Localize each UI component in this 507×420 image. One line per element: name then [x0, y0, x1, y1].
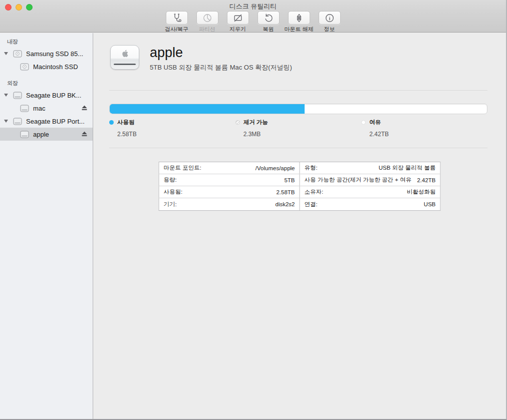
legend-label: 여유 [369, 119, 381, 126]
device-slot [114, 64, 136, 65]
detail-row: 사용됨:2.58TB [159, 186, 300, 198]
detail-row: 유형:USB 외장 물리적 볼륨 [300, 162, 440, 174]
toolbar: 검사/복구 파티션 지우기 복원 마운트 해제 정보 [0, 11, 506, 33]
usage-legend: 사용됨2.58TB제거 가능2.3MB여유2.42TB [109, 119, 487, 138]
toolbar-button-partition [196, 11, 218, 25]
toolbar-button-unmount[interactable] [288, 11, 310, 25]
detail-row: 기기:disk2s2 [159, 198, 300, 210]
toolbar-item-partition: 파티션 [195, 11, 219, 33]
detail-label: 마운트 포인트: [164, 164, 201, 172]
first-aid-icon [171, 13, 182, 24]
detail-label: 사용 가능한 공간(제거 가능한 공간 + 여유 공간): [305, 176, 413, 184]
sidebar-item-label: Seagate BUP BK... [26, 92, 81, 99]
details-column-right: 유형:USB 외장 물리적 볼륨사용 가능한 공간(제거 가능한 공간 + 여유… [300, 162, 440, 210]
device-text: apple 5TB USB 외장 물리적 볼륨 Mac OS 확장(저널링) [150, 45, 292, 72]
toolbar-item-erase: 지우기 [226, 11, 250, 33]
toolbar-item-unmount: 마운트 해제 [287, 11, 311, 33]
sidebar-item-seagate-bup-bk[interactable]: Seagate BUP BK... [0, 89, 93, 102]
window-title: 디스크 유틸리티 [0, 2, 506, 11]
disk-utility-window: 디스크 유틸리티 검사/복구 파티션 지우기 복원 마운트 해제 정보 내장 S… [0, 0, 507, 420]
legend-item-free: 여유2.42TB [361, 119, 487, 138]
legend-label-row: 제거 가능 [235, 119, 362, 126]
sidebar-item-macintosh-ssd[interactable]: Macintosh SSD [0, 60, 93, 73]
legend-item-purgeable: 제거 가능2.3MB [235, 119, 362, 138]
toolbar-label-info: 정보 [324, 26, 335, 33]
detail-value: USB 외장 물리적 볼륨 [379, 164, 436, 172]
info-icon [324, 13, 335, 24]
details-table: 마운트 포인트:/Volumes/apple용량:5TB사용됨:2.58TB기기… [159, 162, 441, 211]
legend-label: 사용됨 [117, 119, 135, 126]
toolbar-button-restore[interactable] [258, 11, 280, 25]
external-disk-icon [13, 92, 22, 99]
toolbar-label-first-aid: 검사/복구 [165, 26, 188, 33]
separator-top [109, 90, 487, 91]
erase-icon [232, 13, 243, 24]
legend-value: 2.3MB [243, 131, 362, 138]
apple-logo-icon [121, 49, 129, 58]
toolbar-label-partition: 파티션 [199, 26, 215, 33]
legend-value: 2.58TB [117, 131, 235, 138]
legend-value: 2.42TB [369, 131, 487, 138]
legend-swatch-used [109, 120, 114, 125]
detail-row: 마운트 포인트:/Volumes/apple [159, 162, 300, 174]
detail-row: 소유자:비활성화됨 [300, 186, 440, 198]
sidebar-item-apple[interactable]: apple [0, 128, 93, 141]
toolbar-item-first-aid: 검사/복구 [165, 11, 189, 33]
toolbar-label-unmount: 마운트 해제 [284, 26, 313, 33]
legend-swatch-purgeable [235, 120, 240, 125]
sidebar-item-samsung-ssd-85[interactable]: Samsung SSD 85... [0, 47, 93, 60]
sidebar-item-label: Seagate BUP Port... [26, 118, 85, 125]
detail-value: disk2s2 [276, 201, 295, 207]
detail-label: 기기: [164, 201, 177, 208]
detail-label: 사용됨: [164, 188, 183, 196]
toolbar-button-erase[interactable] [227, 11, 249, 25]
detail-row: 용량:5TB [159, 174, 300, 186]
detail-label: 소유자: [305, 188, 324, 196]
disclosure-triangle[interactable] [4, 52, 8, 55]
external-disk-icon [20, 105, 29, 112]
toolbar-item-info: 정보 [318, 11, 342, 33]
detail-value: 2.42TB [417, 177, 435, 183]
legend-swatch-free [361, 120, 366, 125]
detail-row: 사용 가능한 공간(제거 가능한 공간 + 여유 공간):2.42TB [300, 174, 440, 186]
mac-device-icon [110, 45, 139, 70]
sidebar-item-label: apple [33, 131, 49, 138]
detail-label: 용량: [164, 176, 177, 184]
usage-bar [109, 104, 487, 114]
sidebar-item-mac[interactable]: mac [0, 102, 93, 115]
sidebar-item-label: Macintosh SSD [33, 63, 78, 71]
main-pane: apple 5TB USB 외장 물리적 볼륨 Mac OS 확장(저널링) 사… [93, 33, 506, 419]
external-disk-icon [20, 131, 29, 138]
legend-label-row: 여유 [361, 119, 487, 126]
internal-disk-icon [13, 50, 22, 58]
detail-row: 연결:USB [300, 198, 440, 210]
eject-button[interactable] [81, 131, 88, 137]
legend-label: 제거 가능 [243, 119, 268, 126]
disclosure-triangle[interactable] [4, 94, 8, 97]
partition-icon [202, 13, 213, 24]
toolbar-button-info[interactable] [319, 11, 341, 25]
legend-item-used: 사용됨2.58TB [109, 119, 235, 138]
eject-button[interactable] [81, 105, 88, 111]
detail-value: 2.58TB [276, 189, 295, 195]
sidebar-item-seagate-bup-port[interactable]: Seagate BUP Port... [0, 115, 93, 128]
toolbar-label-restore: 복원 [263, 26, 274, 33]
sidebar-section-internal: 내장 [7, 38, 93, 46]
detail-value: /Volumes/apple [256, 165, 295, 171]
legend-label-row: 사용됨 [109, 119, 235, 126]
disclosure-triangle[interactable] [4, 120, 8, 123]
toolbar-button-first-aid[interactable] [166, 11, 188, 25]
volume-subtitle: 5TB USB 외장 물리적 볼륨 Mac OS 확장(저널링) [150, 63, 292, 72]
details-column-left: 마운트 포인트:/Volumes/apple용량:5TB사용됨:2.58TB기기… [159, 162, 300, 210]
toolbar-label-erase: 지우기 [229, 26, 246, 33]
detail-label: 연결: [305, 201, 318, 208]
sidebar: 내장 Samsung SSD 85... Macintosh SSD외장 Sea… [0, 33, 93, 419]
device-header: apple 5TB USB 외장 물리적 볼륨 Mac OS 확장(저널링) [110, 45, 292, 72]
detail-label: 유형: [305, 164, 318, 172]
separator-bottom [109, 148, 487, 148]
sidebar-item-label: mac [33, 105, 46, 112]
external-disk-icon [13, 118, 22, 125]
sidebar-list: 내장 Samsung SSD 85... Macintosh SSD외장 Sea… [0, 38, 93, 141]
unmount-icon [294, 13, 305, 24]
detail-value: 5TB [284, 177, 295, 183]
